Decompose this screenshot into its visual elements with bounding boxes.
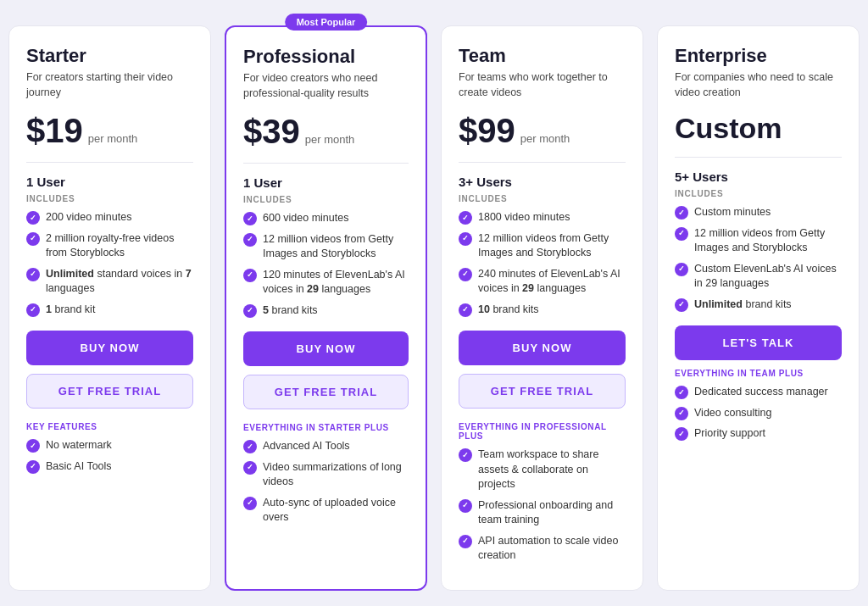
divider <box>26 162 193 163</box>
check-icon <box>243 233 257 247</box>
card-enterprise: EnterpriseFor companies who need to scal… <box>657 25 860 591</box>
users-label: 3+ Users <box>459 175 626 189</box>
extra-feature-item: Video summarizations of long videos <box>243 460 409 490</box>
check-icon <box>26 268 40 281</box>
check-icon <box>26 211 40 225</box>
feature-list: 200 video minutes2 million royalty-free … <box>26 210 193 317</box>
extra-feature-text: Professional onboarding and team trainin… <box>478 498 626 528</box>
feature-item: 120 minutes of ElevenLab's AI voices in … <box>243 268 409 297</box>
includes-label: INCLUDES <box>459 194 626 203</box>
extra-feature-text: Video consulting <box>694 406 772 421</box>
includes-label: INCLUDES <box>243 195 409 204</box>
extra-feature-text: Team workspace to share assets & collabo… <box>478 448 626 492</box>
plan-desc: For video creators who need professional… <box>243 71 409 101</box>
extra-features-list: No watermarkBasic AI Tools <box>26 438 193 474</box>
price-period: per month <box>305 133 355 146</box>
plan-name: Starter <box>26 45 193 67</box>
card-professional: Most PopularProfessionalFor video creato… <box>225 25 427 591</box>
price-amount: $99 <box>459 112 515 150</box>
feature-text: 1800 video minutes <box>478 210 570 225</box>
price-amount: $39 <box>243 113 300 151</box>
feature-text: 10 brand kits <box>478 303 539 318</box>
feature-text: 200 video minutes <box>46 210 131 225</box>
extra-feature-text: Advanced AI Tools <box>263 439 350 454</box>
plan-name: Team <box>459 45 626 67</box>
pricing-grid: StarterFor creators starting their video… <box>8 25 860 591</box>
feature-text: 2 million royalty-free videos from Story… <box>46 231 193 261</box>
check-icon <box>459 499 472 513</box>
check-icon <box>459 448 472 462</box>
check-icon <box>459 232 472 246</box>
secondary-button[interactable]: GET FREE TRIAL <box>26 374 193 409</box>
extra-feature-text: Video summarizations of long videos <box>263 460 409 490</box>
extra-features-list: Team workspace to share assets & collabo… <box>459 448 626 564</box>
feature-text: Unlimited brand kits <box>694 297 792 313</box>
primary-button[interactable]: LET'S TALK <box>675 325 842 360</box>
secondary-button[interactable]: GET FREE TRIAL <box>243 375 409 409</box>
feature-text: 12 million videos from Getty Images and … <box>263 232 409 262</box>
extra-feature-item: Dedicated success manager <box>675 385 842 400</box>
check-icon <box>243 269 257 282</box>
feature-item: 240 minutes of ElevenLab's AI voices in … <box>459 267 626 297</box>
price-period: per month <box>88 132 138 145</box>
divider <box>459 162 626 163</box>
feature-item: 1 brand kit <box>26 303 193 318</box>
extra-feature-text: API automation to scale video creation <box>478 534 626 564</box>
secondary-button[interactable]: GET FREE TRIAL <box>459 374 626 409</box>
primary-button[interactable]: BUY NOW <box>26 331 193 365</box>
check-icon <box>26 460 40 474</box>
feature-text: Custom ElevenLab's AI voices in 29 langu… <box>694 262 842 292</box>
price-amount: Custom <box>675 112 782 145</box>
extra-feature-item: Advanced AI Tools <box>243 439 409 454</box>
extra-feature-item: Video consulting <box>675 406 842 421</box>
feature-item: Unlimited brand kits <box>675 297 842 313</box>
extra-section-label: EVERYTHING IN TEAM PLUS <box>675 369 842 378</box>
feature-text: 12 million videos from Getty Images and … <box>478 231 626 261</box>
divider <box>243 163 409 164</box>
price-period: per month <box>520 132 570 145</box>
feature-item: Unlimited standard voices in 7 languages <box>26 267 193 297</box>
plan-desc: For creators starting their video journe… <box>26 70 193 100</box>
card-team: TeamFor teams who work together to creat… <box>441 25 643 591</box>
extra-feature-item: Priority support <box>675 426 842 442</box>
check-icon <box>459 303 472 317</box>
includes-label: INCLUDES <box>26 194 193 203</box>
plan-name: Enterprise <box>675 45 842 67</box>
check-icon <box>459 535 472 548</box>
feature-text: 240 minutes of ElevenLab's AI voices in … <box>478 267 626 297</box>
extra-section-label: KEY FEATURES <box>26 422 193 431</box>
extra-feature-item: Team workspace to share assets & collabo… <box>459 448 626 492</box>
check-icon <box>26 232 40 246</box>
feature-item: 200 video minutes <box>26 210 193 225</box>
primary-button[interactable]: BUY NOW <box>459 331 626 365</box>
price-row: $19per month <box>26 112 193 150</box>
extra-features-list: Dedicated success managerVideo consultin… <box>675 385 842 442</box>
extra-feature-item: API automation to scale video creation <box>459 534 626 564</box>
feature-item: 2 million royalty-free videos from Story… <box>26 231 193 261</box>
price-amount: $19 <box>26 112 83 150</box>
extra-feature-item: Auto-sync of uploaded voice overs <box>243 496 409 525</box>
check-icon <box>675 386 688 399</box>
extra-section-label: EVERYTHING IN STARTER PLUS <box>243 423 409 432</box>
feature-list: Custom minutes12 million videos from Get… <box>675 205 842 312</box>
check-icon <box>675 263 688 276</box>
feature-text: 600 video minutes <box>263 211 348 226</box>
check-icon <box>675 227 688 241</box>
check-icon <box>675 298 688 312</box>
extra-feature-text: Auto-sync of uploaded voice overs <box>263 496 409 525</box>
feature-list: 600 video minutes12 million videos from … <box>243 211 409 318</box>
divider <box>675 157 842 158</box>
price-row: Custom <box>675 112 842 145</box>
feature-text: Custom minutes <box>694 205 771 220</box>
users-label: 1 User <box>26 175 193 189</box>
users-label: 1 User <box>243 175 409 190</box>
plan-name: Professional <box>243 46 409 68</box>
extra-feature-item: Professional onboarding and team trainin… <box>459 498 626 528</box>
check-icon <box>459 268 472 281</box>
feature-item: 600 video minutes <box>243 211 409 226</box>
primary-button[interactable]: BUY NOW <box>243 331 409 366</box>
feature-text: Unlimited standard voices in 7 languages <box>46 267 193 297</box>
check-icon <box>243 461 257 475</box>
plan-desc: For companies who need to scale video cr… <box>675 70 842 100</box>
extra-section-label: EVERYTHING IN PROFESSIONAL PLUS <box>459 422 626 441</box>
